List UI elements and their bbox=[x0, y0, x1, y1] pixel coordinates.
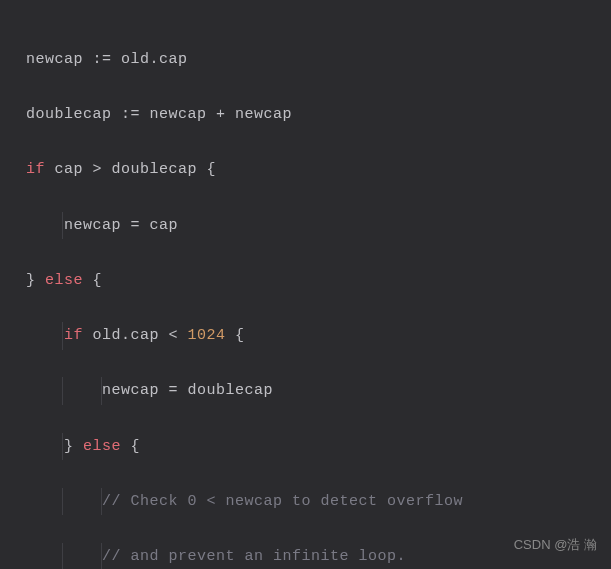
code-line: doublecap := newcap + newcap bbox=[26, 101, 585, 129]
code-text: { bbox=[226, 327, 245, 344]
code-line: } else { bbox=[26, 433, 585, 461]
code-text: newcap = doublecap bbox=[26, 382, 273, 399]
code-text: old.cap < bbox=[83, 327, 188, 344]
code-text: newcap := old.cap bbox=[26, 51, 188, 68]
keyword-if: if bbox=[64, 327, 83, 344]
comment: // Check 0 < newcap to detect overflow bbox=[102, 493, 463, 510]
keyword-else: else bbox=[45, 272, 83, 289]
watermark: CSDN @浩 瀚 bbox=[514, 533, 597, 557]
code-text: cap > doublecap { bbox=[45, 161, 216, 178]
code-text bbox=[26, 493, 102, 510]
code-text bbox=[26, 548, 102, 565]
code-text: doublecap := newcap + newcap bbox=[26, 106, 292, 123]
code-text: } bbox=[26, 272, 45, 289]
code-text: } bbox=[26, 438, 83, 455]
code-line: } else { bbox=[26, 267, 585, 295]
code-line: newcap := old.cap bbox=[26, 46, 585, 74]
code-line: if cap > doublecap { bbox=[26, 156, 585, 184]
code-text: { bbox=[121, 438, 140, 455]
code-line: newcap = doublecap bbox=[26, 377, 585, 405]
code-line: if old.cap < 1024 { bbox=[26, 322, 585, 350]
code-text: { bbox=[83, 272, 102, 289]
keyword-if: if bbox=[26, 161, 45, 178]
code-line: // Check 0 < newcap to detect overflow bbox=[26, 488, 585, 516]
code-line: newcap = cap bbox=[26, 212, 585, 240]
code-text bbox=[26, 327, 64, 344]
code-text: newcap = cap bbox=[26, 217, 178, 234]
number-literal: 1024 bbox=[188, 327, 226, 344]
code-block: newcap := old.cap doublecap := newcap + … bbox=[26, 18, 585, 569]
code-line: // and prevent an infinite loop. bbox=[26, 543, 585, 569]
comment: // and prevent an infinite loop. bbox=[102, 548, 406, 565]
keyword-else: else bbox=[83, 438, 121, 455]
